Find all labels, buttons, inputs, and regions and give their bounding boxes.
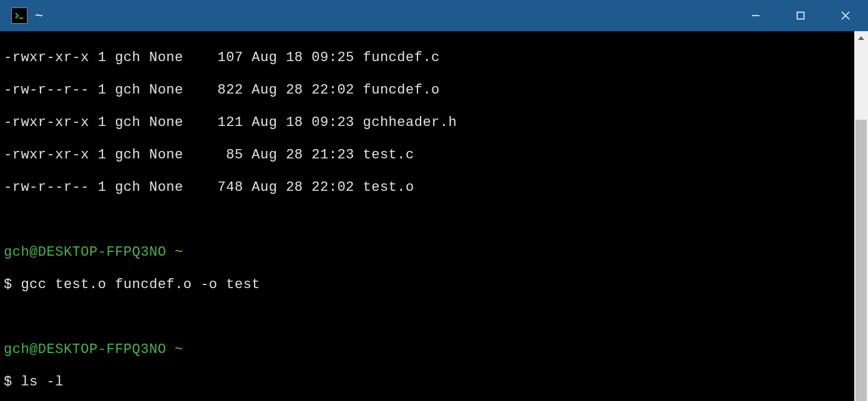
ls-output-line: -rwxr-xr-x 1 gch None 121 Aug 18 09:23 g… [4, 115, 854, 131]
terminal-content[interactable]: -rwxr-xr-x 1 gch None 107 Aug 18 09:25 f… [0, 31, 854, 401]
ls-output-line: -rw-r--r-- 1 gch None 748 Aug 28 22:02 t… [4, 180, 854, 196]
titlebar[interactable]: ~ [0, 0, 868, 31]
app-icon [11, 7, 27, 24]
command-line: $ gcc test.o funcdef.o -o test [4, 277, 854, 293]
prompt-dollar: $ [4, 374, 12, 390]
prompt-dollar: $ [4, 277, 12, 292]
prompt-path: ~ [175, 342, 183, 357]
window-title: ~ [35, 7, 43, 24]
terminal-window: ~ -rwxr-xr-x 1 gch None 107 Aug 18 09:25… [0, 0, 868, 401]
command-text: gcc test.o funcdef.o -o test [12, 277, 260, 292]
blank-line [4, 212, 854, 228]
prompt-line: gch@DESKTOP-FFPQ3NO ~ [4, 342, 854, 358]
maximize-button[interactable] [778, 0, 823, 31]
prompt-user-host: gch@DESKTOP-FFPQ3NO [4, 342, 166, 357]
command-text: ls -l [12, 374, 64, 390]
minimize-button[interactable] [733, 0, 778, 31]
prompt-path: ~ [175, 244, 183, 260]
close-button[interactable] [823, 0, 868, 31]
command-line: $ ls -l [4, 374, 854, 390]
ls-output-line: -rwxr-xr-x 1 gch None 85 Aug 28 21:23 te… [4, 147, 854, 163]
scroll-up-button[interactable] [854, 31, 868, 45]
svg-marker-5 [858, 36, 864, 40]
ls-output-line: -rwxr-xr-x 1 gch None 107 Aug 18 09:25 f… [4, 50, 854, 66]
titlebar-left: ~ [0, 7, 43, 24]
scrollbar-track[interactable] [854, 45, 868, 401]
scrollbar-thumb[interactable] [856, 120, 867, 401]
ls-output-line: -rw-r--r-- 1 gch None 822 Aug 28 22:02 f… [4, 82, 854, 99]
window-controls [733, 0, 868, 31]
prompt-line: gch@DESKTOP-FFPQ3NO ~ [4, 244, 854, 261]
prompt-user-host: gch@DESKTOP-FFPQ3NO [4, 244, 166, 260]
svg-rect-2 [797, 12, 804, 19]
window-body: -rwxr-xr-x 1 gch None 107 Aug 18 09:25 f… [0, 31, 868, 401]
blank-line [4, 309, 854, 326]
scrollbar[interactable] [854, 31, 868, 401]
